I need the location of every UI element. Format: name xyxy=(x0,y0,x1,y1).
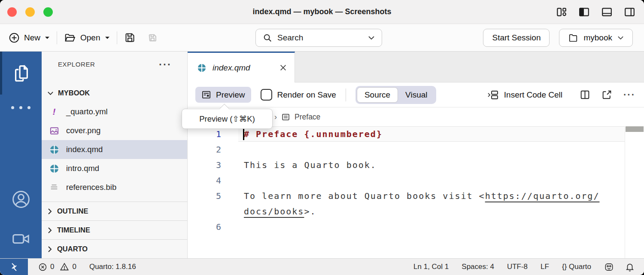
encoding-status[interactable]: UTF-8 xyxy=(507,263,528,271)
render-on-save-label: Render on Save xyxy=(277,90,336,100)
timeline-section-header[interactable]: TIMELINE xyxy=(42,220,187,239)
breadcrumb-symbol[interactable]: Preface xyxy=(295,113,320,122)
search-label: Search xyxy=(277,33,303,43)
chevron-right-icon: › xyxy=(274,113,277,122)
file-row-references-bib[interactable]: references.bib xyxy=(42,178,187,197)
folder-open-icon xyxy=(64,32,76,43)
line-number: 1 xyxy=(188,129,222,139)
activity-more-item[interactable] xyxy=(0,95,42,120)
bibliography-icon xyxy=(49,183,60,192)
workspace-root-item[interactable]: MYBOOK xyxy=(42,84,187,102)
render-on-save-checkbox[interactable] xyxy=(261,89,272,101)
open-label: Open xyxy=(80,33,100,43)
dot-icon xyxy=(11,106,14,109)
app-window: index.qmd — mybook — Screenshots xyxy=(0,0,644,275)
code-line-5: 5 To learn more about Quarto books visit… xyxy=(188,188,644,204)
window-title: index.qmd — mybook — Screenshots xyxy=(0,7,644,16)
split-editor-icon[interactable] xyxy=(580,89,590,100)
preview-icon xyxy=(201,90,211,100)
save-icon[interactable] xyxy=(124,32,136,43)
outline-section-header[interactable]: OUTLINE xyxy=(42,202,187,220)
toggle-secondary-sidebar-icon[interactable] xyxy=(624,6,635,18)
status-bar: 0 0 Quarto: 1.8.16 Ln 1, Col 1 Spaces: 4… xyxy=(0,258,644,275)
chevron-right-icon xyxy=(48,208,52,215)
tab-label: index.qmd xyxy=(213,63,273,73)
search-input[interactable]: Search xyxy=(255,29,382,47)
code-line-3: 3 This is a Quarto book. xyxy=(188,157,644,173)
file-name: _quarto.yml xyxy=(66,107,108,116)
preview-tooltip: Preview (⇧⌘K) xyxy=(182,109,273,129)
close-icon[interactable] xyxy=(279,64,287,71)
explorer-more-actions-icon[interactable]: ··· xyxy=(159,62,172,67)
explorer-title: EXPLORER xyxy=(58,61,95,68)
search-icon xyxy=(263,33,272,43)
start-session-label: Start Session xyxy=(492,33,541,43)
toggle-primary-sidebar-icon[interactable] xyxy=(578,6,590,18)
file-name: cover.png xyxy=(66,126,100,135)
open-external-icon[interactable] xyxy=(601,89,612,100)
new-button[interactable]: New xyxy=(9,32,50,43)
cursor-position-status[interactable]: Ln 1, Col 1 xyxy=(413,263,449,271)
tab-index-qmd[interactable]: index.qmd xyxy=(188,52,295,82)
code-text: This is a Quarto book. xyxy=(244,160,377,170)
line-number: 2 xyxy=(188,144,222,155)
source-mode-button[interactable]: Source xyxy=(357,87,398,103)
circle-plus-icon xyxy=(9,32,20,43)
symbol-section-icon xyxy=(281,113,290,122)
problems-indicator[interactable]: 0 0 xyxy=(38,262,76,272)
file-row-cover-png[interactable]: cover.png xyxy=(42,121,187,140)
file-name: intro.qmd xyxy=(66,164,99,173)
section-label: QUARTO xyxy=(57,245,88,253)
quarto-icon xyxy=(197,63,207,73)
editor-more-actions-icon[interactable]: ··· xyxy=(623,93,635,97)
file-row-intro-qmd[interactable]: intro.qmd xyxy=(42,159,187,178)
quarto-icon xyxy=(49,164,60,174)
preview-button[interactable]: Preview xyxy=(195,87,251,103)
editor-group: index.qmd Preview xyxy=(188,52,644,258)
language-mode-status[interactable]: {} Quarto xyxy=(562,263,591,271)
code-editor[interactable]: 1 # Preface {.unnumbered} 2 3 This is a … xyxy=(188,126,644,258)
start-session-button[interactable]: Start Session xyxy=(483,29,550,47)
language-label: Quarto xyxy=(569,263,591,271)
visual-mode-button[interactable]: Visual xyxy=(398,88,434,102)
chevron-right-icon xyxy=(48,227,52,234)
dot-icon xyxy=(19,106,22,109)
tab-bar-empty-space xyxy=(295,52,644,82)
activity-explorer-item[interactable] xyxy=(0,52,42,95)
save-all-icon[interactable] xyxy=(146,31,158,44)
workspace-folder-button[interactable]: mybook xyxy=(559,29,633,47)
error-count: 0 xyxy=(50,263,54,271)
remote-indicator[interactable] xyxy=(0,259,28,275)
insert-code-cell-button[interactable]: Insert Code Cell xyxy=(487,89,562,101)
hyperlink[interactable]: docs/books xyxy=(244,206,304,217)
activity-video-item[interactable] xyxy=(0,220,42,258)
indentation-status[interactable]: Spaces: 4 xyxy=(462,263,494,271)
hyperlink[interactable]: https://quarto.org/ xyxy=(485,191,600,201)
file-row-index-qmd[interactable]: index.qmd xyxy=(42,140,187,159)
customize-layout-icon[interactable] xyxy=(556,6,567,18)
file-row-quarto-yml[interactable]: ! _quarto.yml xyxy=(42,102,187,121)
feedback-smiley-icon[interactable] xyxy=(604,262,614,272)
quarto-icon xyxy=(49,145,60,155)
workspace-root-label: MYBOOK xyxy=(58,89,90,97)
code-text-heading: # Preface {.unnumbered} xyxy=(244,129,383,139)
file-row-references-qmd[interactable]: references.qmd xyxy=(42,197,187,202)
app-toolbar: New Open xyxy=(0,24,644,52)
text-cursor xyxy=(243,128,244,140)
preview-label: Preview xyxy=(216,90,245,100)
toolbar-divider xyxy=(57,31,57,44)
video-camera-icon xyxy=(11,229,31,249)
toggle-panel-icon[interactable] xyxy=(601,6,613,18)
quarto-version-status[interactable]: Quarto: 1.8.16 xyxy=(89,263,136,271)
source-visual-toggle: Source Visual xyxy=(355,86,436,104)
toolbar-divider xyxy=(346,89,346,101)
open-button[interactable]: Open xyxy=(64,32,109,43)
line-number: 3 xyxy=(188,160,222,170)
files-icon xyxy=(11,63,31,83)
notifications-bell-icon[interactable] xyxy=(625,262,635,272)
quarto-section-header[interactable]: QUARTO xyxy=(42,239,187,258)
activity-account-item[interactable] xyxy=(0,179,42,220)
explorer-sidebar: EXPLORER ··· MYBOOK ! _quarto.yml xyxy=(42,52,188,258)
eol-status[interactable]: LF xyxy=(541,263,549,271)
yaml-warning-icon: ! xyxy=(53,107,56,117)
